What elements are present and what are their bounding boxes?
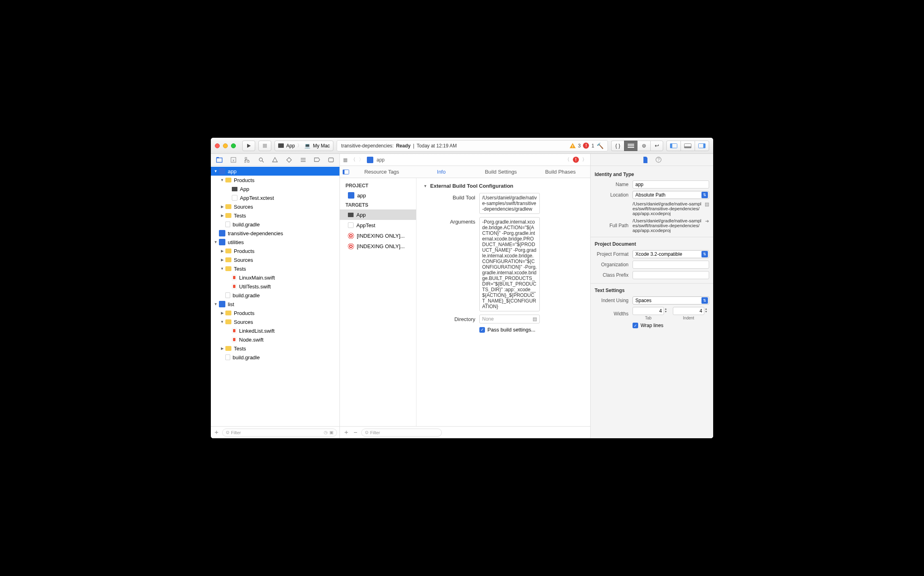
tree-row[interactable]: LinkedList.swift xyxy=(211,326,339,335)
wrap-lines-checkbox[interactable]: ✓ Wrap lines xyxy=(633,323,709,328)
organization-input[interactable] xyxy=(633,261,709,269)
stop-button[interactable] xyxy=(258,141,271,151)
tree-row[interactable]: UtilTests.swift xyxy=(211,282,339,291)
tab-build-settings[interactable]: Build Settings xyxy=(471,169,531,175)
run-button[interactable] xyxy=(242,141,255,151)
minimize-window-button[interactable] xyxy=(223,143,228,148)
remove-target-button[interactable]: − xyxy=(354,429,357,436)
name-input[interactable]: app xyxy=(633,180,709,189)
symbol-navigator-tab[interactable] xyxy=(242,155,252,165)
pass-settings-checkbox[interactable]: ✓ Pass build settings... xyxy=(479,327,540,333)
tree-row[interactable]: Sources xyxy=(211,202,339,211)
directory-input[interactable]: None▤ xyxy=(479,315,540,323)
section-title[interactable]: External Build Tool Configuration xyxy=(423,183,584,189)
issue-navigator-tab[interactable] xyxy=(270,155,280,165)
target-row[interactable]: [INDEXING ONLY]... xyxy=(340,230,416,241)
tree-row[interactable]: LinuxMain.swift xyxy=(211,273,339,282)
disclosure-icon[interactable] xyxy=(220,249,225,253)
tree-row[interactable]: app xyxy=(211,167,339,176)
issue-badge-icon[interactable]: ! xyxy=(573,157,579,163)
clock-icon[interactable]: ◷ xyxy=(324,430,328,435)
tree-row[interactable]: build.gradle xyxy=(211,353,339,362)
disclosure-icon[interactable] xyxy=(220,205,225,209)
toggle-targets-panel-button[interactable] xyxy=(340,170,352,174)
tab-build-phases[interactable]: Build Phases xyxy=(531,169,590,175)
arguments-input[interactable]: -Porg.gradle.internal.xcode.bridge.ACTIO… xyxy=(479,217,540,311)
build-tool-input[interactable]: /Users/daniel/gradle/native-samples/swif… xyxy=(479,193,540,214)
disclosure-icon[interactable] xyxy=(220,320,225,324)
debug-navigator-tab[interactable] xyxy=(298,155,308,165)
tree-row[interactable]: Sources xyxy=(211,255,339,264)
test-navigator-tab[interactable] xyxy=(284,155,294,165)
tree-row[interactable]: AppTest.xctest xyxy=(211,193,339,202)
tree-row[interactable]: Node.swift xyxy=(211,335,339,344)
standard-editor-button[interactable]: { } xyxy=(611,141,624,151)
zoom-window-button[interactable] xyxy=(231,143,236,148)
breakpoint-navigator-tab[interactable] xyxy=(312,155,322,165)
navigator-filter-input[interactable]: ⊙ Filter ◷ ▣ xyxy=(222,429,337,437)
class-prefix-input[interactable] xyxy=(633,271,709,279)
targets-filter-input[interactable]: ⊙ Filter xyxy=(361,429,442,437)
folder-chooser-icon[interactable]: ▤ xyxy=(705,201,709,207)
forward-button[interactable]: 〉 xyxy=(359,156,364,163)
tree-row[interactable]: App xyxy=(211,184,339,193)
tree-row[interactable]: build.gradle xyxy=(211,220,339,229)
disclosure-icon[interactable] xyxy=(220,258,225,262)
tree-row[interactable]: utilities xyxy=(211,238,339,247)
tab-info[interactable]: Info xyxy=(412,169,471,175)
disclosure-icon[interactable] xyxy=(213,302,218,306)
target-row[interactable]: AppTest xyxy=(340,220,416,230)
tree-row[interactable]: Tests xyxy=(211,211,339,220)
file-inspector-tab[interactable] xyxy=(643,157,648,163)
report-navigator-tab[interactable] xyxy=(326,155,336,165)
tree-row[interactable]: build.gradle xyxy=(211,291,339,300)
tree-row[interactable]: Tests xyxy=(211,264,339,273)
add-target-button[interactable]: ＋ xyxy=(343,428,350,437)
tree-row[interactable]: list xyxy=(211,300,339,309)
project-item[interactable]: app xyxy=(340,190,416,201)
tree-row[interactable]: Products xyxy=(211,309,339,317)
tree-row[interactable]: Tests xyxy=(211,344,339,353)
tree-row[interactable]: transitive-dependencies xyxy=(211,229,339,238)
tree-row[interactable]: Products xyxy=(211,247,339,255)
project-navigator-tab[interactable] xyxy=(214,155,225,165)
disclosure-icon[interactable] xyxy=(220,311,225,315)
tab-resource-tags[interactable]: Resource Tags xyxy=(352,169,412,175)
error-icon[interactable]: ! xyxy=(583,143,589,149)
review-editor-button[interactable]: ↩ xyxy=(650,141,663,151)
scm-filter-icon[interactable]: ▣ xyxy=(329,430,333,435)
disclosure-icon[interactable] xyxy=(220,213,225,218)
next-issue-button[interactable]: 〉 xyxy=(582,156,587,163)
jumpbar-item[interactable]: app xyxy=(377,157,385,163)
target-row[interactable]: App xyxy=(340,209,416,220)
project-tree[interactable]: appProductsAppAppTest.xctestSourcesTests… xyxy=(211,166,339,426)
reveal-icon[interactable]: ➜ xyxy=(705,218,709,224)
version-editor-button[interactable]: ⊚ xyxy=(637,141,650,151)
find-navigator-tab[interactable] xyxy=(256,155,266,165)
warning-icon[interactable]: ! xyxy=(570,143,576,148)
indent-using-select[interactable]: Spaces⇅ xyxy=(633,296,709,305)
tree-row[interactable]: Products xyxy=(211,176,339,184)
toggle-debug-button[interactable] xyxy=(681,141,695,151)
add-button[interactable]: ＋ xyxy=(213,428,220,437)
prev-issue-button[interactable]: 〈 xyxy=(565,156,570,163)
disclosure-icon[interactable] xyxy=(220,178,225,182)
disclosure-icon[interactable] xyxy=(213,169,218,173)
disclosure-icon[interactable] xyxy=(423,184,428,188)
toggle-navigator-button[interactable] xyxy=(666,141,681,151)
folder-picker-icon[interactable]: ▤ xyxy=(533,316,537,322)
assistant-editor-button[interactable] xyxy=(624,141,637,151)
disclosure-icon[interactable] xyxy=(213,240,218,244)
back-button[interactable]: 〈 xyxy=(351,156,356,163)
source-control-navigator-tab[interactable]: x xyxy=(228,155,239,165)
target-row[interactable]: [INDEXING ONLY]... xyxy=(340,241,416,251)
tab-width-stepper[interactable]: 4▲▼ xyxy=(633,307,664,315)
disclosure-icon[interactable] xyxy=(220,346,225,350)
related-items-icon[interactable]: ▦ xyxy=(343,157,348,163)
scheme-selector[interactable]: App 〉 💻 My Mac xyxy=(275,141,333,151)
location-select[interactable]: Absolute Path⇅ xyxy=(633,191,709,199)
help-inspector-tab[interactable]: ? xyxy=(656,157,662,163)
project-format-select[interactable]: Xcode 3.2-compatible⇅ xyxy=(633,250,709,258)
toggle-inspector-button[interactable] xyxy=(695,141,709,151)
disclosure-icon[interactable] xyxy=(220,267,225,271)
